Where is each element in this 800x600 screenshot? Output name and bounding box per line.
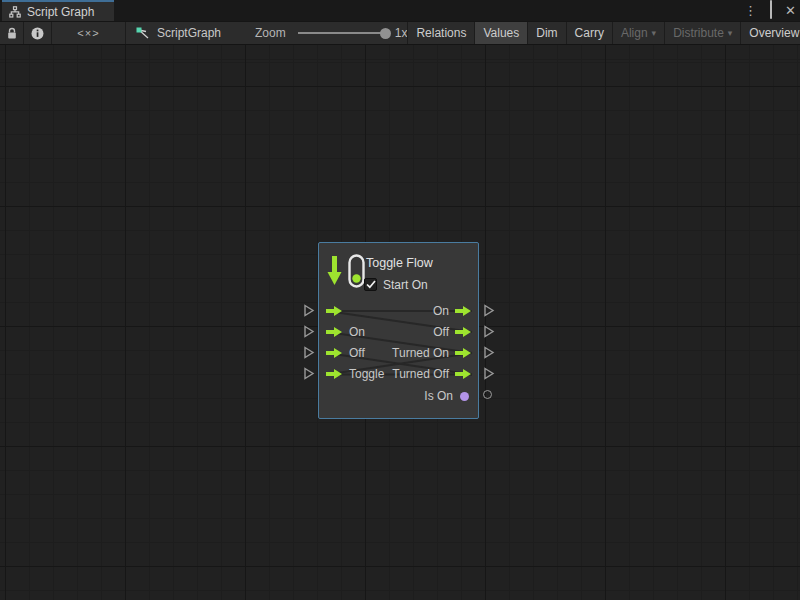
zoom-slider-handle[interactable] xyxy=(380,28,391,39)
port-row: On Off xyxy=(319,322,478,342)
script-graph-icon xyxy=(135,26,151,41)
port-row: Toggle Turned Off xyxy=(319,364,478,384)
toggle-flow-node[interactable]: Toggle Flow Start On On xyxy=(318,242,479,419)
zoom-label: Zoom xyxy=(255,26,286,40)
graph-name-label: ScriptGraph xyxy=(157,26,221,40)
flow-input-port[interactable]: Off xyxy=(326,346,365,360)
boolean-value-dot-icon xyxy=(460,392,469,401)
flow-output-port[interactable]: Turned Off xyxy=(392,367,472,381)
flow-arrow-icon xyxy=(455,326,472,338)
flow-input-port[interactable]: Toggle xyxy=(326,367,384,381)
port-row: Is On xyxy=(319,386,478,406)
carry-button[interactable]: Carry xyxy=(566,22,612,44)
code-icon: <×> xyxy=(77,27,99,39)
flow-arrow-icon xyxy=(326,368,343,380)
zoom-slider[interactable] xyxy=(298,32,386,34)
distribute-button[interactable]: Distribute ▾ xyxy=(664,22,740,44)
port-row: On xyxy=(319,301,478,321)
flow-arrow-icon xyxy=(326,347,343,359)
close-icon[interactable]: ✕ xyxy=(785,0,796,21)
flow-arrow-icon xyxy=(455,305,472,317)
flow-arrow-icon xyxy=(326,305,343,317)
info-icon xyxy=(31,27,44,40)
flow-input-port[interactable]: On xyxy=(326,325,365,339)
titlebar: Script Graph ⋮ ✕ xyxy=(0,0,800,21)
output-port-marker[interactable] xyxy=(483,367,495,380)
flow-output-port[interactable]: Off xyxy=(433,325,472,339)
toolbar-button-cluster: Relations Values Dim Carry Align ▾ Distr… xyxy=(407,22,800,44)
chevron-down-icon: ▾ xyxy=(652,28,657,38)
flow-arrow-icon xyxy=(326,326,343,338)
output-port-marker[interactable] xyxy=(483,304,495,317)
input-port-marker[interactable] xyxy=(303,304,315,317)
graph-breadcrumb[interactable]: ScriptGraph xyxy=(135,26,221,41)
input-port-marker[interactable] xyxy=(303,346,315,359)
node-title: Toggle Flow xyxy=(366,256,433,270)
toolbar: <×> ScriptGraph Zoom 1x Relations Values… xyxy=(0,21,800,45)
flow-down-arrow-icon xyxy=(327,255,342,287)
input-port-marker[interactable] xyxy=(303,367,315,380)
align-button[interactable]: Align ▾ xyxy=(612,22,664,44)
value-output-port[interactable]: Is On xyxy=(424,389,469,403)
start-on-label: Start On xyxy=(383,278,428,292)
graph-hierarchy-icon xyxy=(9,6,21,18)
window-controls: ⋮ ✕ xyxy=(744,0,796,21)
start-on-checkbox[interactable] xyxy=(364,278,377,291)
output-port-marker[interactable] xyxy=(483,346,495,359)
tab-script-graph[interactable]: Script Graph xyxy=(2,0,114,21)
relations-button[interactable]: Relations xyxy=(407,22,474,44)
input-port-marker[interactable] xyxy=(303,325,315,338)
window-menu-icon[interactable]: ⋮ xyxy=(744,0,757,21)
graph-canvas[interactable]: Toggle Flow Start On On xyxy=(0,45,800,600)
overview-button[interactable]: Overview xyxy=(740,22,800,44)
zoom-value: 1x xyxy=(395,26,408,40)
port-row: Off Turned On xyxy=(319,343,478,363)
lock-button[interactable] xyxy=(0,22,24,44)
chevron-down-icon: ▾ xyxy=(728,28,733,38)
maximize-icon[interactable] xyxy=(770,0,772,21)
script-graph-window: Script Graph ⋮ ✕ <×> xyxy=(0,0,800,600)
flow-output-port[interactable]: On xyxy=(433,304,472,318)
tab-label: Script Graph xyxy=(27,5,94,19)
value-output-port-marker[interactable] xyxy=(483,390,492,399)
code-preview-button[interactable]: <×> xyxy=(52,22,126,44)
toggle-switch-icon xyxy=(348,254,365,289)
dim-button[interactable]: Dim xyxy=(527,22,565,44)
flow-arrow-icon xyxy=(455,368,472,380)
check-icon xyxy=(366,280,376,289)
values-button[interactable]: Values xyxy=(474,22,527,44)
flow-output-port[interactable]: Turned On xyxy=(392,346,472,360)
output-port-marker[interactable] xyxy=(483,325,495,338)
flow-input-port[interactable] xyxy=(326,305,349,317)
info-button[interactable] xyxy=(24,22,52,44)
flow-arrow-icon xyxy=(455,347,472,359)
lock-icon xyxy=(6,27,18,40)
